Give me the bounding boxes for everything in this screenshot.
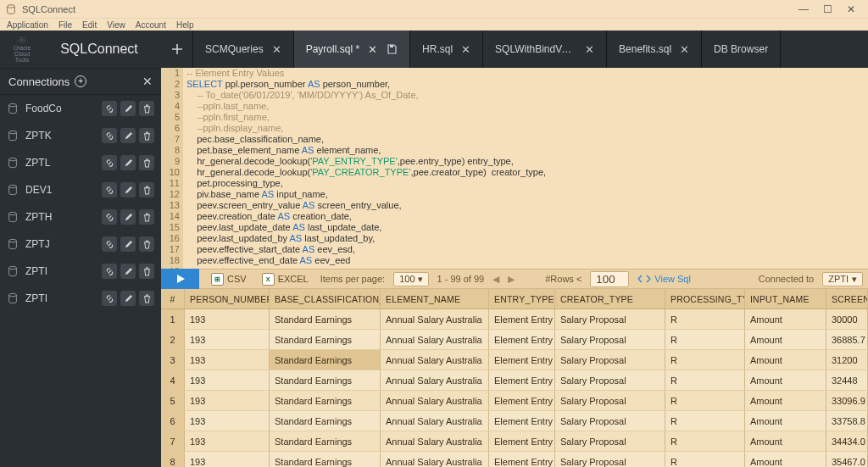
maximize-button[interactable]: ☐ — [815, 3, 839, 15]
minimize-button[interactable]: — — [792, 3, 815, 15]
column-header[interactable]: BASE_CLASSIFICATION_NAME — [270, 289, 381, 309]
close-tab-button[interactable]: ✕ — [585, 43, 594, 56]
csv-icon: ⊞ — [211, 273, 224, 286]
tab[interactable]: DB Browser — [702, 31, 781, 68]
edit-connection-button[interactable] — [120, 209, 136, 225]
column-header[interactable]: ELEMENT_NAME — [381, 289, 489, 309]
connection-item[interactable]: ZPTH — [0, 203, 161, 231]
table-row[interactable]: 7193Standard EarningsAnnual Salary Austr… — [161, 431, 868, 452]
export-excel-button[interactable]: X EXCEL — [259, 271, 312, 287]
export-csv-button[interactable]: ⊞ CSV — [208, 271, 250, 287]
delete-connection-button[interactable] — [139, 182, 154, 197]
column-header[interactable]: # — [161, 289, 185, 309]
column-header[interactable]: SCREEN_E — [826, 289, 868, 309]
svg-point-2 — [21, 39, 24, 42]
table-row[interactable]: 4193Standard EarningsAnnual Salary Austr… — [161, 370, 868, 391]
connect-button[interactable] — [102, 182, 117, 197]
table-row[interactable]: 3193Standard EarningsAnnual Salary Austr… — [161, 350, 868, 370]
cell: 193 — [185, 411, 270, 431]
edit-connection-button[interactable] — [120, 128, 136, 143]
table-row[interactable]: 5193Standard EarningsAnnual Salary Austr… — [161, 391, 868, 411]
connect-button[interactable] — [102, 236, 117, 252]
edit-connection-button[interactable] — [120, 236, 136, 252]
menu-view[interactable]: View — [107, 20, 125, 30]
view-sql-button[interactable]: View Sql — [637, 274, 691, 284]
collapse-connections-button[interactable]: ✕ — [142, 75, 153, 88]
close-tab-button[interactable]: ✕ — [368, 43, 377, 56]
save-icon[interactable] — [386, 43, 398, 55]
menu-account[interactable]: Account — [136, 20, 166, 30]
grid-body[interactable]: 1193Standard EarningsAnnual Salary Austr… — [161, 309, 868, 467]
connection-item[interactable]: ZPTL — [0, 149, 161, 176]
column-header[interactable]: PERSON_NUMBER — [185, 289, 270, 309]
connection-item[interactable]: DEV1 — [0, 176, 161, 203]
edit-connection-button[interactable] — [120, 182, 136, 197]
connect-button[interactable] — [102, 101, 117, 116]
run-query-button[interactable] — [161, 269, 199, 289]
connect-button[interactable] — [102, 155, 117, 170]
close-tab-button[interactable]: ✕ — [461, 43, 470, 56]
edit-connection-button[interactable] — [120, 155, 136, 170]
column-header[interactable]: ENTRY_TYPE — [489, 289, 555, 309]
table-row[interactable]: 6193Standard EarningsAnnual Salary Austr… — [161, 411, 868, 431]
add-connection-button[interactable]: + — [75, 75, 86, 87]
delete-connection-button[interactable] — [139, 236, 154, 252]
delete-connection-button[interactable] — [139, 128, 154, 143]
table-row[interactable]: 1193Standard EarningsAnnual Salary Austr… — [161, 309, 868, 330]
new-tab-button[interactable] — [161, 31, 193, 68]
connect-button[interactable] — [102, 291, 117, 306]
connection-item[interactable]: ZPTI — [0, 258, 161, 285]
next-page-button[interactable]: ▶ — [508, 274, 515, 285]
cell: Standard Earnings — [270, 431, 381, 451]
tab[interactable]: HR.sql✕ — [410, 31, 483, 68]
database-icon — [7, 238, 19, 250]
connection-item[interactable]: ZPTJ — [0, 231, 161, 258]
close-tab-button[interactable]: ✕ — [272, 43, 281, 56]
tab-label: Benefits.sql — [619, 43, 671, 55]
delete-connection-button[interactable] — [139, 209, 154, 225]
edit-connection-button[interactable] — [120, 264, 136, 279]
tab-bar: SCMQueries✕Payroll.sql *✕HR.sql✕SQLWithB… — [161, 31, 868, 68]
table-row[interactable]: 2193Standard EarningsAnnual Salary Austr… — [161, 330, 868, 350]
connection-item[interactable]: ZPTK — [0, 122, 161, 149]
connection-item[interactable]: ZPTI — [0, 285, 161, 312]
connect-button[interactable] — [102, 128, 117, 143]
cell: 8 — [161, 452, 185, 467]
cell: Salary Proposal — [555, 431, 665, 451]
prev-page-button[interactable]: ◀ — [492, 274, 499, 285]
table-row[interactable]: 8193Standard EarningsAnnual Salary Austr… — [161, 452, 868, 467]
cell: 34434.0 — [826, 431, 868, 451]
cell: R — [665, 370, 745, 390]
code-area[interactable]: -- Element Entry ValuesSELECT ppl.person… — [183, 68, 868, 269]
sql-editor[interactable]: 1234567891011121314151617181920212223 --… — [161, 68, 868, 269]
connection-item[interactable]: FoodCo — [0, 95, 161, 122]
tab[interactable]: Payroll.sql *✕ — [294, 31, 410, 68]
tab[interactable]: SQLWithBindVaria...✕ — [483, 31, 607, 68]
column-header[interactable]: PROCESSING_TYPE — [665, 289, 745, 309]
svg-point-8 — [9, 239, 17, 242]
close-window-button[interactable]: ✕ — [839, 3, 863, 15]
cell: Amount — [745, 370, 826, 390]
edit-connection-button[interactable] — [120, 291, 136, 306]
connection-select[interactable]: ZPTI ▾ — [822, 272, 863, 286]
delete-connection-button[interactable] — [139, 291, 154, 306]
menu-edit[interactable]: Edit — [82, 20, 97, 30]
column-header[interactable]: CREATOR_TYPE — [555, 289, 665, 309]
edit-connection-button[interactable] — [120, 101, 136, 116]
delete-connection-button[interactable] — [139, 155, 154, 170]
tab[interactable]: Benefits.sql✕ — [607, 31, 702, 68]
svg-point-0 — [8, 4, 15, 8]
tab[interactable]: SCMQueries✕ — [193, 31, 294, 68]
menu-file[interactable]: File — [58, 20, 72, 30]
menu-application[interactable]: Application — [7, 20, 48, 30]
connect-button[interactable] — [102, 264, 117, 279]
menu-help[interactable]: Help — [176, 20, 194, 30]
cell: 193 — [185, 391, 270, 410]
rows-limit-input[interactable] — [590, 271, 629, 287]
delete-connection-button[interactable] — [139, 264, 154, 279]
column-header[interactable]: INPUT_NAME — [745, 289, 826, 309]
connect-button[interactable] — [102, 209, 117, 225]
delete-connection-button[interactable] — [139, 101, 154, 116]
items-per-page-select[interactable]: 100 ▾ — [393, 272, 428, 286]
close-tab-button[interactable]: ✕ — [680, 43, 689, 56]
